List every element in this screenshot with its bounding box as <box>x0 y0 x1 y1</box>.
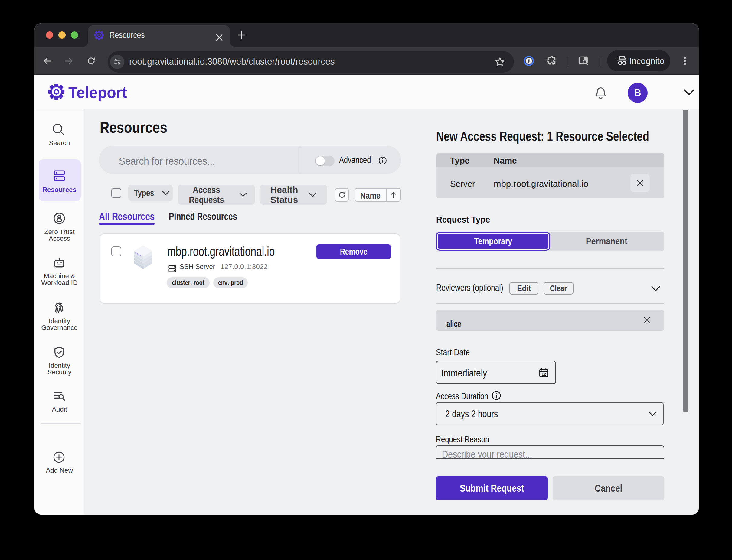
svg-text:12: 12 <box>542 372 546 376</box>
